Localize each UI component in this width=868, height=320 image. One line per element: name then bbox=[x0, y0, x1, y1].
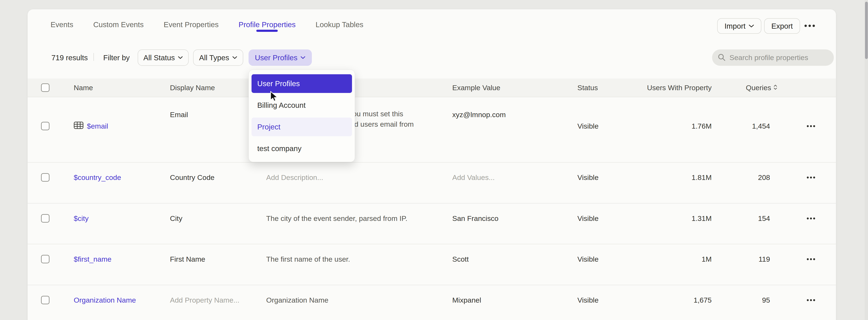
status-filter-dropdown[interactable]: All Status bbox=[138, 49, 189, 66]
tab-profile-properties[interactable]: Profile Properties bbox=[239, 21, 296, 29]
users-with-property-cell: 1M bbox=[702, 255, 712, 263]
type-filter-label: All Types bbox=[199, 54, 229, 62]
search-icon bbox=[717, 53, 726, 63]
menu-item-billing-account[interactable]: Billing Account bbox=[251, 96, 352, 115]
tab-bar: Events Custom Events Event Properties Pr… bbox=[51, 14, 364, 35]
import-button[interactable]: Import bbox=[717, 18, 762, 34]
queries-header-label: Queries bbox=[746, 83, 771, 92]
example-value-cell[interactable]: Add Values... bbox=[452, 173, 495, 182]
users-with-property-cell: 1,675 bbox=[693, 296, 712, 304]
profile-type-dropdown[interactable]: User Profiles bbox=[249, 49, 312, 66]
row-checkbox[interactable] bbox=[41, 214, 50, 223]
property-name-link[interactable]: Organization Name bbox=[74, 296, 136, 304]
profile-type-menu: User Profiles Billing Account Project te… bbox=[249, 70, 355, 162]
column-header-users-with-property[interactable]: Users With Property bbox=[647, 83, 712, 92]
column-header-queries[interactable]: Queries bbox=[746, 83, 777, 92]
queries-cell: 119 bbox=[758, 255, 770, 263]
display-name-cell[interactable]: Email bbox=[170, 110, 188, 119]
status-cell: Visible bbox=[578, 255, 599, 263]
description-cell[interactable]: ou must set this d users email from bbox=[353, 109, 414, 130]
table-row: $email Email ou must set this d users em… bbox=[28, 97, 836, 162]
users-with-property-cell: 1.81M bbox=[692, 173, 712, 182]
import-button-label: Import bbox=[724, 22, 745, 30]
row-checkbox[interactable] bbox=[41, 173, 50, 182]
sort-icon[interactable] bbox=[773, 83, 777, 92]
property-name-link[interactable]: $country_code bbox=[74, 173, 121, 182]
menu-item-project[interactable]: Project bbox=[251, 117, 352, 136]
property-name-link[interactable]: $email bbox=[87, 122, 108, 130]
results-count: 719 results bbox=[52, 54, 88, 62]
queries-cell: 1,454 bbox=[752, 122, 770, 130]
display-name-cell[interactable]: Country Code bbox=[170, 173, 215, 182]
chevron-down-icon bbox=[749, 25, 754, 28]
display-name-cell[interactable]: City bbox=[170, 214, 183, 223]
menu-item-test-company[interactable]: test company bbox=[251, 139, 352, 158]
status-cell: Visible bbox=[578, 173, 599, 182]
status-cell: Visible bbox=[578, 214, 599, 223]
cursor-icon bbox=[270, 91, 278, 104]
column-header-name[interactable]: Name bbox=[74, 83, 93, 92]
table-row: Organization Name Add Property Name... O… bbox=[28, 285, 836, 320]
row-more-button[interactable] bbox=[807, 177, 815, 178]
export-button-label: Export bbox=[771, 22, 793, 30]
row-checkbox[interactable] bbox=[41, 255, 50, 263]
description-cell[interactable]: The city of the event sender, parsed fro… bbox=[266, 214, 407, 223]
tab-events[interactable]: Events bbox=[51, 21, 73, 29]
content-card: Events Custom Events Event Properties Pr… bbox=[28, 9, 836, 320]
description-line: d users email from bbox=[354, 119, 414, 130]
queries-cell: 154 bbox=[758, 214, 770, 223]
row-checkbox[interactable] bbox=[41, 122, 50, 130]
column-header-example-value[interactable]: Example Value bbox=[452, 83, 500, 92]
tab-lookup-tables[interactable]: Lookup Tables bbox=[316, 21, 364, 29]
tab-event-properties[interactable]: Event Properties bbox=[163, 21, 219, 29]
profile-type-label: User Profiles bbox=[255, 54, 298, 62]
column-header-status[interactable]: Status bbox=[578, 83, 598, 92]
search-box bbox=[712, 49, 834, 66]
chevron-down-icon bbox=[178, 56, 183, 59]
row-more-button[interactable] bbox=[807, 299, 815, 301]
scrollbar bbox=[865, 0, 868, 320]
row-checkbox[interactable] bbox=[41, 296, 50, 304]
table-row: $city City The city of the event sender,… bbox=[28, 203, 836, 244]
column-header-display-name[interactable]: Display Name bbox=[170, 83, 215, 92]
select-all-checkbox[interactable] bbox=[41, 83, 50, 92]
table-row: $country_code Country Code Add Descripti… bbox=[28, 162, 836, 203]
menu-item-user-profiles[interactable]: User Profiles bbox=[251, 74, 352, 93]
row-more-button[interactable] bbox=[807, 258, 815, 260]
display-name-cell[interactable]: Add Property Name... bbox=[170, 296, 240, 304]
chevron-down-icon bbox=[300, 56, 306, 59]
queries-cell: 208 bbox=[758, 173, 770, 182]
users-with-property-cell: 1.31M bbox=[692, 214, 712, 223]
table-header-row: Name Display Name Example Value Status U… bbox=[28, 78, 836, 97]
description-line: ou must set this bbox=[353, 109, 414, 119]
export-button[interactable]: Export bbox=[764, 18, 800, 34]
queries-cell: 95 bbox=[762, 296, 770, 304]
table-icon bbox=[74, 121, 84, 131]
status-cell: Visible bbox=[578, 122, 599, 130]
users-with-property-cell: 1.76M bbox=[692, 122, 712, 130]
example-value-cell[interactable]: xyz@lmnop.com bbox=[452, 110, 506, 119]
example-value-cell[interactable]: Mixpanel bbox=[452, 296, 481, 304]
search-input[interactable] bbox=[729, 53, 829, 62]
status-cell: Visible bbox=[578, 296, 599, 304]
more-options-button[interactable] bbox=[804, 25, 815, 27]
row-more-button[interactable] bbox=[807, 125, 815, 127]
example-value-cell[interactable]: San Francisco bbox=[452, 214, 498, 223]
display-name-cell[interactable]: First Name bbox=[170, 255, 205, 263]
description-cell[interactable]: The first name of the user. bbox=[266, 255, 350, 263]
property-name-link[interactable]: $city bbox=[74, 214, 89, 223]
status-filter-label: All Status bbox=[144, 54, 175, 62]
table-row: $first_name First Name The first name of… bbox=[28, 244, 836, 285]
filter-by-label: Filter by bbox=[103, 54, 130, 62]
description-cell[interactable]: Add Description... bbox=[266, 173, 323, 182]
profile-properties-page: Events Custom Events Event Properties Pr… bbox=[0, 0, 868, 320]
divider bbox=[93, 53, 94, 61]
type-filter-dropdown[interactable]: All Types bbox=[193, 49, 243, 66]
description-cell[interactable]: Organization Name bbox=[266, 296, 329, 304]
tab-custom-events[interactable]: Custom Events bbox=[93, 21, 144, 29]
example-value-cell[interactable]: Scott bbox=[452, 255, 469, 263]
row-more-button[interactable] bbox=[807, 217, 815, 219]
property-name-link[interactable]: $first_name bbox=[74, 255, 112, 263]
scrollbar-thumb[interactable] bbox=[865, 2, 868, 59]
chevron-down-icon bbox=[232, 56, 237, 59]
